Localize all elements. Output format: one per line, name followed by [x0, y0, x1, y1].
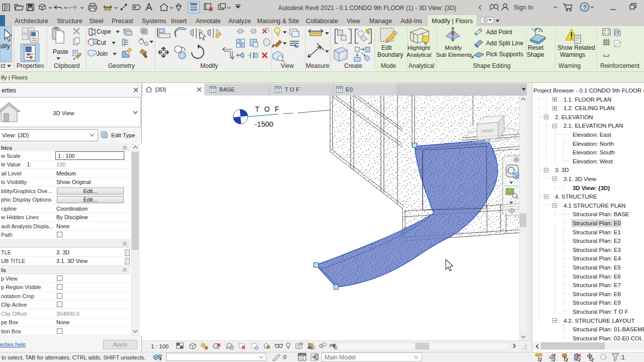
svg-text:Modify: Modify	[445, 45, 462, 51]
svg-text:Analytical: Analytical	[407, 52, 431, 58]
svg-text:Shape: Shape	[527, 51, 544, 58]
svg-text:Mode: Mode	[381, 62, 396, 69]
svg-text:Reset: Reset	[528, 44, 544, 51]
svg-text:Properties: Properties	[17, 62, 44, 69]
svg-text:Measure: Measure	[306, 62, 330, 69]
svg-text:Add Split Line: Add Split Line	[486, 40, 523, 47]
svg-text:Shape Editing: Shape Editing	[473, 62, 511, 69]
svg-text:Cut: Cut	[97, 39, 106, 46]
svg-text:Clipboard: Clipboard	[54, 62, 79, 69]
svg-text:Boundary: Boundary	[377, 51, 403, 58]
svg-text:Analytical: Analytical	[409, 62, 434, 69]
svg-text:Modify: Modify	[200, 62, 218, 69]
svg-text::1: :1	[620, 354, 625, 361]
svg-text:?: ?	[583, 4, 587, 11]
svg-text:Sub Elements: Sub Elements	[436, 52, 472, 58]
svg-text:-1500: -1500	[255, 120, 273, 128]
svg-text:Highlight: Highlight	[408, 45, 431, 51]
svg-text:T O F: T O F	[255, 105, 281, 113]
svg-text:Edit: Edit	[381, 44, 392, 51]
svg-text:Reinforcement: Reinforcement	[600, 62, 640, 69]
svg-text:Warning: Warning	[558, 62, 581, 69]
svg-text:Cope: Cope	[97, 28, 111, 35]
svg-text:View: View	[281, 62, 294, 69]
svg-text:Show Related: Show Related	[557, 44, 595, 51]
svg-text:Geometry: Geometry	[108, 62, 135, 69]
svg-text:Add Point: Add Point	[486, 29, 513, 36]
svg-text:Join: Join	[97, 50, 108, 57]
svg-text:ct: ct	[1, 62, 6, 69]
svg-text:Create: Create	[344, 62, 362, 69]
svg-text:FRONT: FRONT	[481, 128, 495, 134]
svg-text:Warnings: Warnings	[560, 51, 585, 58]
svg-text:dify: dify	[1, 43, 10, 50]
svg-text:Pick Supports: Pick Supports	[486, 51, 523, 58]
svg-text:Paste: Paste	[53, 48, 68, 55]
